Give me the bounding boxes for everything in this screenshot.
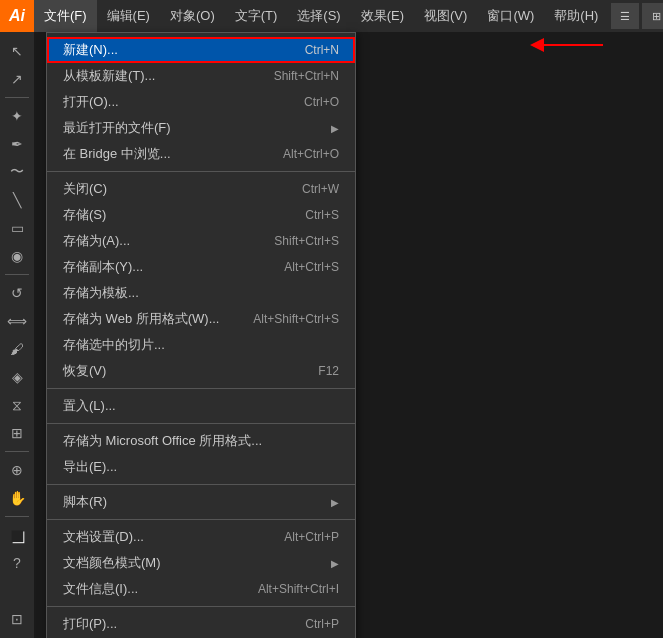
- menu-item-save-ms[interactable]: 存储为 Microsoft Office 所用格式...: [47, 428, 355, 454]
- menu-item-scripts[interactable]: 脚本(R) ▶: [47, 489, 355, 515]
- menu-item-new-template[interactable]: 从模板新建(T)... Shift+Ctrl+N: [47, 63, 355, 89]
- menu-item-revert[interactable]: 恢复(V) F12: [47, 358, 355, 384]
- menu-item-doc-settings[interactable]: 文档设置(D)... Alt+Ctrl+P: [47, 524, 355, 550]
- menu-item-new[interactable]: 新建(N)... Ctrl+N: [47, 37, 355, 63]
- menu-item-export[interactable]: 导出(E)...: [47, 454, 355, 480]
- menu-item-save-template[interactable]: 存储为模板...: [47, 280, 355, 306]
- menu-item-open[interactable]: 打开(O)... Ctrl+O: [47, 89, 355, 115]
- menu-item-save-web[interactable]: 存储为 Web 所用格式(W)... Alt+Shift+Ctrl+S: [47, 306, 355, 332]
- separator-5: [47, 519, 355, 520]
- arrow-line: [543, 44, 603, 46]
- menu-item-save-copy[interactable]: 存储副本(Y)... Alt+Ctrl+S: [47, 254, 355, 280]
- separator-1: [47, 171, 355, 172]
- menu-item-open-recent[interactable]: 最近打开的文件(F) ▶: [47, 115, 355, 141]
- menu-item-save[interactable]: 存储(S) Ctrl+S: [47, 202, 355, 228]
- red-arrow-annotation: [530, 38, 603, 52]
- menu-item-browse[interactable]: 在 Bridge 中浏览... Alt+Ctrl+O: [47, 141, 355, 167]
- separator-4: [47, 484, 355, 485]
- arrow-head-icon: [530, 38, 544, 52]
- menu-item-save-selected[interactable]: 存储选中的切片...: [47, 332, 355, 358]
- menu-item-place[interactable]: 置入(L)...: [47, 393, 355, 419]
- menu-item-save-as[interactable]: 存储为(A)... Shift+Ctrl+S: [47, 228, 355, 254]
- dropdown-overlay: 新建(N)... Ctrl+N 从模板新建(T)... Shift+Ctrl+N…: [0, 0, 663, 638]
- separator-2: [47, 388, 355, 389]
- menu-item-print[interactable]: 打印(P)... Ctrl+P: [47, 611, 355, 637]
- separator-3: [47, 423, 355, 424]
- menu-item-doc-color[interactable]: 文档颜色模式(M) ▶: [47, 550, 355, 576]
- menu-item-doc-info[interactable]: 文件信息(I)... Alt+Shift+Ctrl+I: [47, 576, 355, 602]
- menu-item-close[interactable]: 关闭(C) Ctrl+W: [47, 176, 355, 202]
- separator-6: [47, 606, 355, 607]
- file-menu-dropdown: 新建(N)... Ctrl+N 从模板新建(T)... Shift+Ctrl+N…: [46, 32, 356, 638]
